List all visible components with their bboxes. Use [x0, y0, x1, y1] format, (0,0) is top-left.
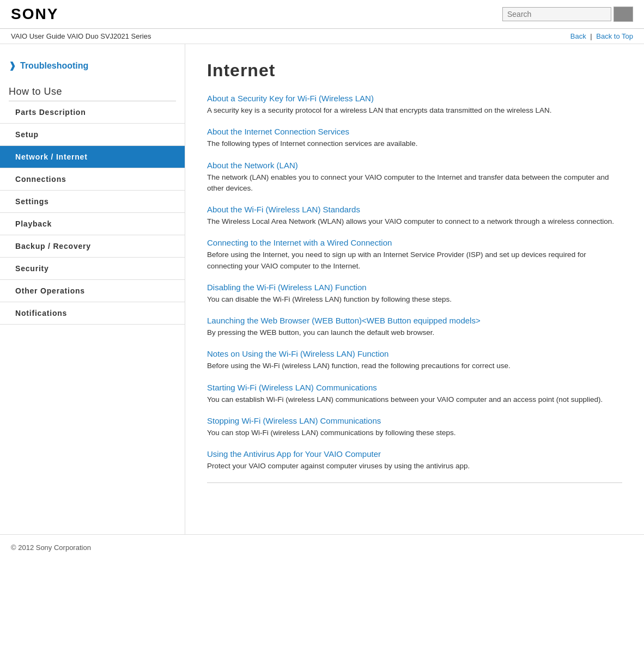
topic-link-antivirus[interactable]: Using the Antivirus App for Your VAIO Co… — [207, 449, 622, 459]
back-to-top-link[interactable]: Back to Top — [596, 32, 633, 40]
topic-desc-notes-wifi: Before using the Wi-Fi (wireless LAN) fu… — [207, 360, 622, 371]
topic-desc-web-browser: By pressing the WEB button, you can laun… — [207, 327, 622, 338]
topic-desc-antivirus: Protect your VAIO computer against compu… — [207, 461, 622, 472]
copyright: © 2012 Sony Corporation — [11, 543, 91, 552]
nav-links: Back | Back to Top — [570, 32, 633, 40]
topic-desc-starting-wifi: You can establish Wi-Fi (wireless LAN) c… — [207, 394, 622, 405]
page-title: Internet — [207, 60, 622, 81]
topic-disable-wifi: Disabling the Wi-Fi (Wireless LAN) Funct… — [207, 283, 622, 305]
how-to-use-title: How to Use — [0, 80, 185, 101]
sidebar-item-notifications[interactable]: Notifications — [0, 302, 185, 325]
main-content: Internet About a Security Key for Wi-Fi … — [185, 44, 644, 534]
topic-desc-stopping-wifi: You can stop Wi-Fi (wireless LAN) commun… — [207, 427, 622, 438]
sidebar-item-parts-description[interactable]: Parts Description — [0, 101, 185, 124]
header: SONY — [0, 0, 644, 29]
topic-desc-wired-connection: Before using the Internet, you need to s… — [207, 249, 622, 272]
content-bottom-divider — [207, 482, 622, 483]
separator: | — [590, 32, 592, 40]
topic-stopping-wifi: Stopping Wi-Fi (Wireless LAN) Communicat… — [207, 416, 622, 438]
topic-link-web-browser[interactable]: Launching the Web Browser (WEB Button)<W… — [207, 316, 622, 325]
topic-desc-network-lan: The network (LAN) enables you to connect… — [207, 172, 622, 194]
topic-wifi-standards: About the Wi-Fi (Wireless LAN) Standards… — [207, 205, 622, 227]
topic-desc-connection-services: The following types of Internet connecti… — [207, 138, 622, 149]
sidebar-item-connections[interactable]: Connections — [0, 168, 185, 191]
sidebar-item-other-operations[interactable]: Other Operations — [0, 280, 185, 302]
topic-network-lan: About the Network (LAN) The network (LAN… — [207, 161, 622, 194]
topic-link-stopping-wifi[interactable]: Stopping Wi-Fi (Wireless LAN) Communicat… — [207, 416, 622, 425]
sidebar-item-settings[interactable]: Settings — [0, 191, 185, 213]
main-layout: ❱ Troubleshooting How to Use Parts Descr… — [0, 44, 644, 534]
topic-web-browser: Launching the Web Browser (WEB Button)<W… — [207, 316, 622, 338]
topic-link-wired-connection[interactable]: Connecting to the Internet with a Wired … — [207, 238, 622, 247]
topic-link-starting-wifi[interactable]: Starting Wi-Fi (Wireless LAN) Communicat… — [207, 383, 622, 392]
troubleshooting-label: Troubleshooting — [20, 61, 88, 71]
topic-security-key: About a Security Key for Wi-Fi (Wireless… — [207, 94, 622, 116]
sony-logo: SONY — [11, 5, 58, 23]
search-input[interactable] — [502, 7, 611, 21]
footer: © 2012 Sony Corporation — [0, 534, 644, 560]
sidebar: ❱ Troubleshooting How to Use Parts Descr… — [0, 44, 185, 534]
guide-title: VAIO User Guide VAIO Duo SVJ2021 Series — [11, 32, 151, 40]
sidebar-item-setup[interactable]: Setup — [0, 124, 185, 146]
topic-notes-wifi: Notes on Using the Wi-Fi (Wireless LAN) … — [207, 349, 622, 371]
sidebar-troubleshooting[interactable]: ❱ Troubleshooting — [0, 55, 185, 80]
topic-wired-connection: Connecting to the Internet with a Wired … — [207, 238, 622, 272]
search-button[interactable] — [613, 7, 633, 22]
topic-antivirus: Using the Antivirus App for Your VAIO Co… — [207, 449, 622, 472]
topic-link-security-key[interactable]: About a Security Key for Wi-Fi (Wireless… — [207, 94, 622, 103]
topic-link-network-lan[interactable]: About the Network (LAN) — [207, 161, 622, 170]
chevron-right-icon: ❱ — [9, 60, 16, 71]
topic-link-connection-services[interactable]: About the Internet Connection Services — [207, 127, 622, 136]
sidebar-item-network-internet[interactable]: Network / Internet — [0, 146, 185, 168]
topic-starting-wifi: Starting Wi-Fi (Wireless LAN) Communicat… — [207, 383, 622, 405]
topic-link-disable-wifi[interactable]: Disabling the Wi-Fi (Wireless LAN) Funct… — [207, 283, 622, 292]
topic-desc-security-key: A security key is a security protocol fo… — [207, 105, 622, 116]
topic-link-wifi-standards[interactable]: About the Wi-Fi (Wireless LAN) Standards — [207, 205, 622, 214]
topic-desc-wifi-standards: The Wireless Local Area Network (WLAN) a… — [207, 216, 622, 227]
topic-link-notes-wifi[interactable]: Notes on Using the Wi-Fi (Wireless LAN) … — [207, 349, 622, 358]
topic-connection-services: About the Internet Connection Services T… — [207, 127, 622, 149]
search-area — [502, 7, 633, 22]
topic-desc-disable-wifi: You can disable the Wi-Fi (Wireless LAN)… — [207, 294, 622, 305]
breadcrumb-bar: VAIO User Guide VAIO Duo SVJ2021 Series … — [0, 29, 644, 44]
sidebar-item-playback[interactable]: Playback — [0, 213, 185, 235]
sidebar-item-backup-recovery[interactable]: Backup / Recovery — [0, 235, 185, 258]
sidebar-item-security[interactable]: Security — [0, 258, 185, 280]
back-link[interactable]: Back — [570, 32, 586, 40]
